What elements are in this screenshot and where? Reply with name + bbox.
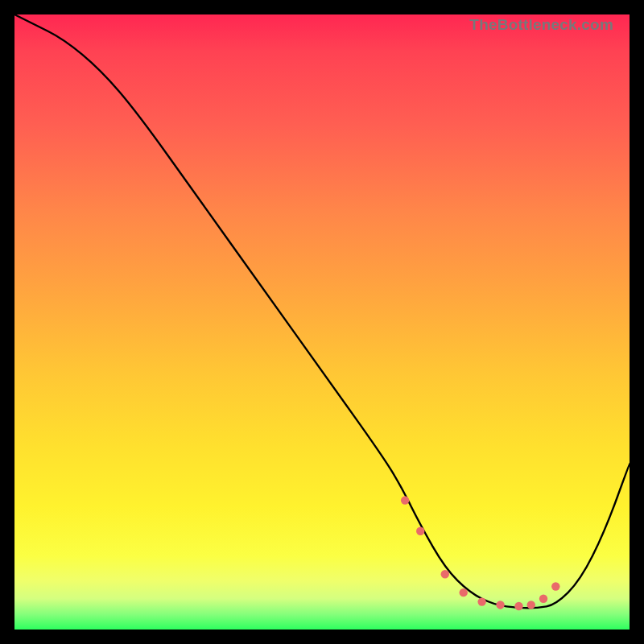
marker-dot — [527, 601, 535, 609]
marker-group — [401, 496, 560, 610]
plot-area: TheBottleneck.com — [14, 14, 630, 630]
marker-dot — [551, 582, 559, 590]
marker-dot — [441, 570, 449, 578]
marker-dot — [514, 602, 522, 610]
marker-dot — [477, 597, 485, 605]
marker-dot — [416, 527, 424, 535]
marker-dot — [496, 601, 504, 609]
chart-container: TheBottleneck.com — [0, 0, 644, 644]
marker-dot — [460, 588, 468, 597]
curve-layer — [14, 14, 630, 630]
bottleneck-curve — [14, 14, 630, 608]
marker-dot — [401, 496, 409, 504]
marker-dot — [539, 595, 547, 603]
